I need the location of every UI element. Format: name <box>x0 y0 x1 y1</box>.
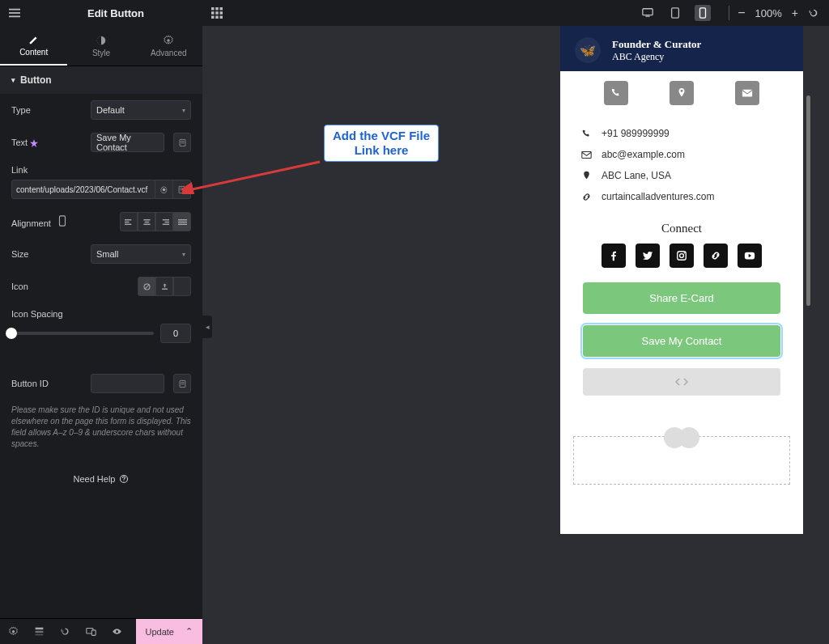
tab-advanced[interactable]: Advanced <box>135 26 202 66</box>
svg-rect-12 <box>643 9 653 15</box>
icon-spacing-value[interactable]: 0 <box>160 324 191 343</box>
button-id-note: Please make sure the ID is unique and no… <box>0 400 202 455</box>
text-input[interactable]: Save My Contact <box>91 133 164 152</box>
svg-point-56 <box>680 254 684 258</box>
align-right-button[interactable] <box>155 212 173 231</box>
svg-point-45 <box>124 481 125 481</box>
svg-rect-34 <box>162 223 168 224</box>
svg-rect-5 <box>220 7 223 11</box>
svg-rect-40 <box>162 288 168 289</box>
preview-empty-section[interactable] <box>573 436 790 485</box>
svg-line-52 <box>189 162 320 190</box>
button-id-dynamic-button[interactable] <box>173 374 191 393</box>
text-dynamic-button[interactable] <box>173 133 191 152</box>
icon-upload-button[interactable] <box>155 277 173 296</box>
tab-style[interactable]: Style <box>67 26 134 66</box>
svg-rect-2 <box>9 16 20 18</box>
svg-point-46 <box>11 630 14 633</box>
svg-rect-3 <box>211 7 215 11</box>
button-id-input[interactable] <box>91 374 164 393</box>
svg-point-57 <box>684 252 686 254</box>
svg-rect-54 <box>582 151 591 158</box>
svg-rect-1 <box>9 12 20 14</box>
link-options-button[interactable] <box>155 180 173 199</box>
navigator-icon[interactable] <box>26 626 52 637</box>
svg-rect-30 <box>144 221 149 222</box>
settings-icon[interactable] <box>0 626 26 637</box>
twitter-icon[interactable] <box>636 244 660 268</box>
annotation-arrow <box>182 158 324 194</box>
preview-icon[interactable] <box>104 626 130 637</box>
section-button[interactable]: Button <box>0 66 202 94</box>
type-select[interactable]: Default <box>91 100 191 120</box>
zoom-level: 100% <box>755 7 782 19</box>
svg-rect-19 <box>181 141 184 142</box>
svg-rect-15 <box>700 8 706 18</box>
preview-email-button[interactable] <box>735 81 759 105</box>
svg-rect-9 <box>211 16 215 19</box>
align-center-button[interactable] <box>138 212 155 231</box>
zoom-out-button[interactable]: − <box>738 6 745 20</box>
svg-point-17 <box>168 39 171 42</box>
svg-rect-20 <box>181 142 184 143</box>
preview-website-row[interactable]: curtaincalladventures.com <box>581 186 782 207</box>
align-justify-button[interactable] <box>173 212 191 231</box>
svg-rect-10 <box>215 16 219 19</box>
svg-rect-37 <box>178 223 187 224</box>
link-dynamic-button[interactable] <box>173 180 191 199</box>
preview-address-row[interactable]: ABC Lane, USA <box>581 165 782 186</box>
widgets-grid-icon[interactable] <box>202 7 232 19</box>
tablet-view-button[interactable] <box>667 5 683 21</box>
hamburger-menu[interactable] <box>0 7 29 19</box>
alignment-label: Alignment <box>11 215 84 228</box>
icon-none-button[interactable] <box>138 277 155 296</box>
history-icon[interactable] <box>52 626 78 637</box>
panel-title: Edit Button <box>29 7 202 19</box>
mobile-view-button[interactable] <box>695 5 711 21</box>
preview-share-button[interactable]: Share E-Card <box>583 282 780 314</box>
need-help-link[interactable]: Need Help <box>0 455 202 503</box>
link-icon[interactable] <box>704 244 728 268</box>
text-label: Text <box>11 138 84 147</box>
preview-map-button[interactable] <box>670 81 694 105</box>
svg-rect-27 <box>125 221 130 222</box>
preview-phone-button[interactable] <box>604 81 628 105</box>
instagram-icon[interactable] <box>670 244 694 268</box>
preview-phone-row[interactable]: +91 989999999 <box>581 123 782 144</box>
svg-rect-13 <box>646 16 650 17</box>
icon-spacing-label: Icon Spacing <box>11 309 191 319</box>
svg-rect-29 <box>143 219 150 220</box>
update-button[interactable]: Update <box>136 619 202 645</box>
icon-spacing-slider[interactable] <box>11 332 154 335</box>
tab-content[interactable]: Content <box>0 26 67 66</box>
collapse-panel-handle[interactable]: ◂ <box>202 316 212 338</box>
preview-save-contact-button[interactable]: Save My Contact <box>583 325 780 357</box>
zoom-in-button[interactable]: + <box>792 6 798 19</box>
youtube-icon[interactable] <box>738 244 762 268</box>
svg-rect-7 <box>215 11 219 15</box>
link-input[interactable] <box>11 180 155 199</box>
facebook-icon[interactable] <box>602 244 626 268</box>
desktop-view-button[interactable] <box>640 5 656 21</box>
icon-library-button[interactable] <box>173 277 191 296</box>
align-left-button[interactable] <box>120 212 138 231</box>
svg-rect-35 <box>178 219 187 220</box>
link-label: Link <box>11 165 84 175</box>
preview-email-row[interactable]: abc@example.com <box>581 144 782 165</box>
svg-rect-0 <box>9 9 20 11</box>
svg-rect-14 <box>672 8 679 18</box>
svg-rect-23 <box>180 188 183 189</box>
responsive-icon[interactable] <box>78 626 104 637</box>
preview-scrollbar[interactable] <box>806 95 810 306</box>
svg-rect-48 <box>35 631 43 633</box>
undo-button[interactable] <box>808 7 819 19</box>
svg-rect-32 <box>162 219 168 220</box>
svg-rect-6 <box>211 11 215 15</box>
svg-rect-25 <box>59 216 65 226</box>
preview-code-widget[interactable] <box>583 368 780 396</box>
svg-rect-4 <box>215 7 219 11</box>
svg-rect-8 <box>220 11 223 15</box>
svg-rect-49 <box>35 634 43 636</box>
size-select[interactable]: Small <box>91 244 191 264</box>
mobile-preview: 🦋 Founder & Curator ABC Agency +91 98999… <box>560 26 803 534</box>
